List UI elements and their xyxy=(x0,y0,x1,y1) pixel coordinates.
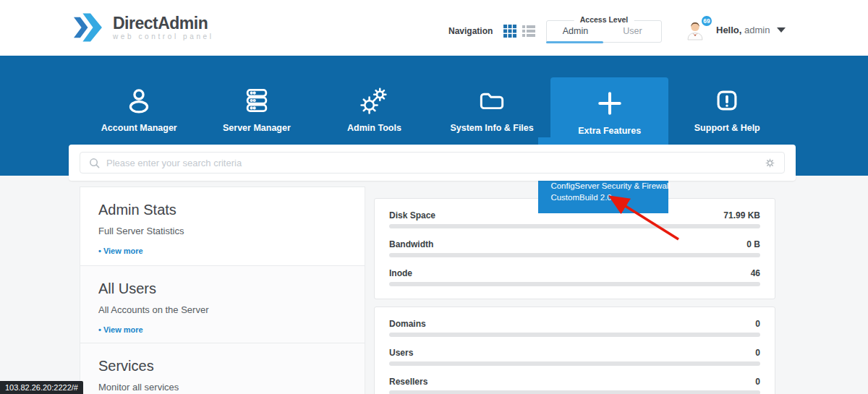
section-title: Admin Stats xyxy=(98,202,346,218)
directadmin-logo[interactable]: DirectAdmin web control panel xyxy=(74,13,214,42)
search-settings-gear-icon[interactable] xyxy=(764,157,776,169)
progress-bar xyxy=(389,224,760,228)
search-input[interactable] xyxy=(106,158,764,168)
greeting-text: Hello, xyxy=(716,25,741,35)
access-tab-admin[interactable]: Admin xyxy=(547,21,604,42)
chevron-down-icon xyxy=(777,27,786,33)
usage-row-bandwidth: Bandwidth 0 B xyxy=(389,239,760,257)
sidebar-card-admin-stats[interactable]: Admin Stats Full Server Statistics • Vie… xyxy=(80,187,365,266)
search-box xyxy=(80,152,785,174)
user-icon xyxy=(123,85,155,116)
stat-value: 0 B xyxy=(746,239,760,249)
user-menu[interactable]: 69 Hello, admin xyxy=(684,19,786,40)
usage-card: Disk Space 71.99 KB Bandwidth 0 B Inode … xyxy=(374,198,775,299)
sidebar-card-all-users[interactable]: All Users All Accounts on the Server • V… xyxy=(80,265,365,343)
list-view-icon[interactable] xyxy=(522,24,536,38)
stats-row-domains: Domains 0 xyxy=(389,319,760,337)
stat-label: Disk Space xyxy=(389,210,435,220)
progress-bar xyxy=(389,390,760,394)
navigation-label: Navigation xyxy=(448,24,493,38)
view-more-link[interactable]: • View more xyxy=(98,325,143,334)
view-more-link[interactable]: • View more xyxy=(98,247,143,255)
stat-value: 0 xyxy=(755,348,760,358)
accounts-card: Domains 0 Users 0 Resellers 0 xyxy=(374,307,775,394)
stat-value: 71.99 KB xyxy=(723,210,760,220)
nav-item-label: Admin Tools xyxy=(347,123,401,133)
stat-value: 0 xyxy=(755,377,760,387)
notification-badge: 69 xyxy=(700,14,713,27)
stat-label: Resellers xyxy=(389,377,427,387)
folder-icon xyxy=(476,85,508,116)
logo-subtitle: web control panel xyxy=(113,33,214,40)
section-title: Services xyxy=(98,358,346,374)
stat-label: Inode xyxy=(389,268,412,278)
stats-row-users: Users 0 xyxy=(389,348,760,366)
nav-item-label: Server Manager xyxy=(223,123,291,133)
nav-item-label: System Info & Files xyxy=(450,123,533,133)
section-title: All Users xyxy=(98,280,346,297)
alert-icon xyxy=(711,85,743,116)
dropdown-item-custombuild[interactable]: CustomBuild 2.0 xyxy=(550,192,668,203)
stats-row-resellers: Resellers 0 xyxy=(389,377,760,394)
stat-value: 46 xyxy=(751,268,760,278)
usage-row-inode: Inode 46 xyxy=(389,268,760,286)
link-preview-statusbar: 103.82.26.20:2222/# xyxy=(0,381,83,394)
grid-view-icon[interactable] xyxy=(503,24,517,38)
progress-bar xyxy=(389,333,760,337)
plus-icon xyxy=(594,87,626,119)
top-header: DirectAdmin web control panel Navigation… xyxy=(0,0,868,56)
avatar: 69 xyxy=(684,19,706,40)
nav-item-label: Support & Help xyxy=(694,123,760,133)
progress-bar xyxy=(389,253,760,257)
username: admin xyxy=(744,25,770,35)
server-icon xyxy=(241,85,273,116)
active-tab-underline xyxy=(546,41,603,43)
progress-bar xyxy=(389,282,760,286)
logo-title: DirectAdmin xyxy=(113,14,214,32)
sidebar-card-services[interactable]: Services Monitor all services xyxy=(80,343,365,394)
stat-label: Users xyxy=(389,348,413,358)
section-subtitle: Monitor all services xyxy=(98,382,346,393)
section-subtitle: Full Server Statistics xyxy=(98,226,346,236)
access-tab-user[interactable]: User xyxy=(604,21,661,42)
progress-bar xyxy=(389,361,760,366)
stat-value: 0 xyxy=(755,319,760,329)
gears-icon xyxy=(358,85,390,116)
stat-label: Bandwidth xyxy=(389,239,433,249)
stat-label: Domains xyxy=(389,319,426,329)
directadmin-logo-icon xyxy=(74,13,107,42)
dropdown-item-configserver[interactable]: ConfigServer Security & Firewall xyxy=(550,180,668,192)
section-subtitle: All Accounts on the Server xyxy=(98,304,346,315)
nav-item-label: Account Manager xyxy=(101,123,177,133)
nav-item-label: Extra Features xyxy=(578,126,641,136)
access-level-switch: Access Level Admin User xyxy=(546,20,662,43)
search-icon xyxy=(88,157,101,169)
search-card xyxy=(69,145,796,181)
